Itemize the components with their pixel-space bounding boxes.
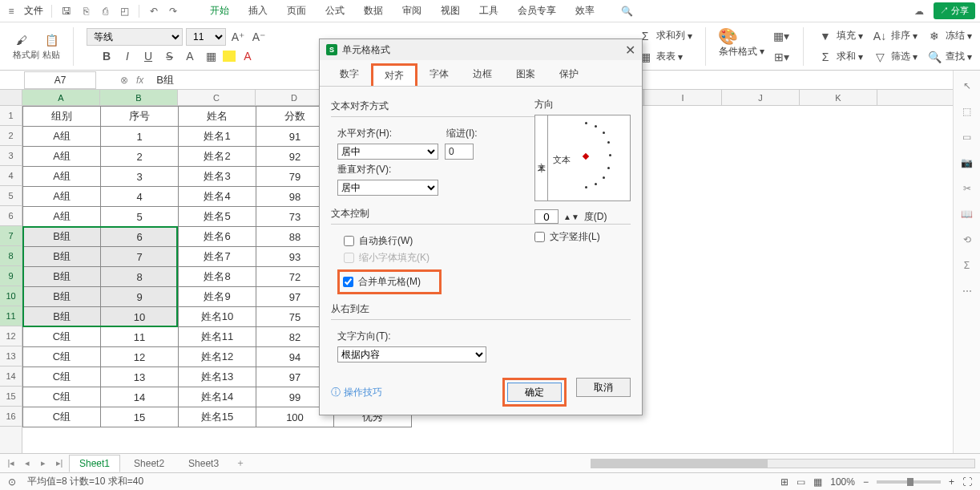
- name-box[interactable]: A7: [24, 71, 96, 89]
- cell[interactable]: 姓名3: [179, 167, 256, 187]
- underline-icon[interactable]: U: [139, 47, 157, 65]
- zoom-in-icon[interactable]: +: [949, 476, 954, 488]
- sum-dropdown[interactable]: Σ求和列 ▾: [636, 27, 692, 45]
- cell[interactable]: C组: [23, 407, 101, 427]
- cell[interactable]: C组: [23, 367, 101, 387]
- vertical-text-preview[interactable]: 文本: [535, 115, 548, 200]
- cell[interactable]: A组: [23, 207, 101, 227]
- row-header[interactable]: 13: [0, 346, 22, 366]
- prev-sheet-icon[interactable]: ◂: [21, 457, 34, 470]
- col-header[interactable]: C: [178, 90, 256, 105]
- close-icon[interactable]: ✕: [625, 43, 635, 58]
- vertical-text-checkbox[interactable]: [534, 232, 545, 242]
- tools-icon[interactable]: ✂: [960, 181, 974, 196]
- row-header[interactable]: 5: [0, 186, 22, 206]
- cell[interactable]: A组: [23, 147, 101, 167]
- font-name-select[interactable]: 等线: [87, 28, 183, 46]
- sheet-tab[interactable]: Sheet2: [123, 455, 175, 472]
- row-header[interactable]: 11: [0, 306, 22, 326]
- cell[interactable]: 姓名5: [179, 207, 256, 227]
- border-icon[interactable]: ▦: [202, 47, 220, 65]
- bold-icon[interactable]: B: [98, 47, 115, 65]
- sheet-tab[interactable]: Sheet3: [178, 455, 229, 472]
- zoom-slider[interactable]: [877, 480, 941, 484]
- math-icon[interactable]: Σ: [960, 258, 974, 273]
- cell[interactable]: C组: [23, 387, 101, 407]
- camera-icon[interactable]: 📷: [960, 156, 974, 170]
- tab-start[interactable]: 开始: [200, 0, 239, 22]
- dlg-tab-font[interactable]: 字体: [417, 63, 461, 86]
- first-sheet-icon[interactable]: |◂: [5, 457, 18, 470]
- paste-icon[interactable]: 📋: [42, 31, 60, 49]
- row-header[interactable]: 14: [0, 366, 22, 387]
- cell[interactable]: 6: [101, 227, 179, 247]
- italic-icon[interactable]: I: [119, 47, 136, 65]
- cancel-button[interactable]: 取消: [576, 378, 631, 397]
- row-header[interactable]: 1: [0, 106, 22, 126]
- cell[interactable]: 姓名12: [179, 347, 256, 367]
- cell[interactable]: 7: [101, 247, 179, 267]
- cell[interactable]: 姓名15: [179, 407, 256, 427]
- cell[interactable]: 1: [101, 127, 179, 147]
- cell[interactable]: 姓名10: [179, 307, 256, 327]
- view-break-icon[interactable]: ▦: [813, 476, 822, 488]
- dlg-tab-align[interactable]: 对齐: [371, 63, 417, 86]
- cloud-icon[interactable]: ☁: [913, 5, 926, 18]
- add-sheet-icon[interactable]: ＋: [236, 456, 245, 470]
- tab-review[interactable]: 审阅: [393, 0, 431, 22]
- cell[interactable]: A组: [23, 187, 101, 207]
- cell[interactable]: 姓名: [179, 107, 256, 127]
- format-painter-icon[interactable]: 🖌: [13, 31, 30, 49]
- cell[interactable]: 15: [101, 407, 179, 427]
- menu-icon[interactable]: ≡: [5, 5, 18, 18]
- cell[interactable]: 姓名1: [179, 127, 256, 147]
- file-menu[interactable]: 文件: [24, 4, 43, 18]
- cell[interactable]: 3: [101, 167, 179, 187]
- fill-color-icon[interactable]: [223, 51, 236, 62]
- next-sheet-icon[interactable]: ▸: [37, 457, 50, 470]
- cell[interactable]: 8: [101, 267, 179, 287]
- select-all-corner[interactable]: [0, 90, 22, 106]
- fill-dropdown[interactable]: ▼填充 ▾: [817, 27, 863, 45]
- row-header[interactable]: 8: [0, 246, 22, 266]
- last-sheet-icon[interactable]: ▸|: [53, 457, 66, 470]
- cell[interactable]: 姓名14: [179, 387, 256, 407]
- view-page-icon[interactable]: ▭: [797, 476, 805, 488]
- cell[interactable]: 姓名7: [179, 247, 256, 267]
- cell[interactable]: 5: [101, 207, 179, 227]
- undo-icon[interactable]: ↶: [147, 5, 160, 18]
- cell[interactable]: 9: [101, 287, 179, 307]
- record-icon[interactable]: ⊙: [8, 476, 16, 488]
- dial-handle[interactable]: [583, 153, 589, 160]
- dialog-titlebar[interactable]: S 单元格格式 ✕: [320, 39, 642, 60]
- share-button[interactable]: ↗ 分享: [934, 2, 975, 19]
- zoom-out-icon[interactable]: −: [863, 476, 869, 488]
- more-icon[interactable]: ⋯: [960, 284, 974, 298]
- col-header[interactable]: A: [22, 90, 100, 105]
- tab-efficiency[interactable]: 效率: [566, 0, 604, 22]
- property-icon[interactable]: ▭: [960, 130, 974, 144]
- tab-member[interactable]: 会员专享: [508, 0, 566, 22]
- save-as-icon[interactable]: ⎘: [79, 5, 92, 18]
- cell[interactable]: B组: [23, 307, 101, 327]
- print-icon[interactable]: ⎙: [99, 5, 111, 18]
- cell[interactable]: C组: [23, 327, 101, 347]
- col-header[interactable]: J: [722, 90, 800, 105]
- ok-button[interactable]: 确定: [507, 383, 562, 402]
- tab-insert[interactable]: 插入: [239, 0, 277, 22]
- cell[interactable]: 10: [101, 307, 179, 327]
- row-header[interactable]: 2: [0, 126, 22, 146]
- cell[interactable]: 序号: [101, 107, 179, 127]
- cell[interactable]: A组: [23, 167, 101, 187]
- sort-dropdown[interactable]: A↓排序 ▾: [871, 27, 917, 45]
- indent-spinner[interactable]: 0: [445, 144, 474, 160]
- row-header[interactable]: 15: [0, 387, 22, 407]
- cell[interactable]: B组: [23, 227, 101, 247]
- tab-view[interactable]: 视图: [431, 0, 470, 22]
- text-dir-select[interactable]: 根据内容: [337, 346, 486, 362]
- print-preview-icon[interactable]: ◰: [118, 5, 131, 18]
- font-size-select[interactable]: 11: [186, 28, 226, 46]
- cell[interactable]: 姓名6: [179, 227, 256, 247]
- zoom-value[interactable]: 100%: [830, 476, 855, 488]
- filter-dropdown[interactable]: ▽筛选 ▾: [871, 48, 917, 66]
